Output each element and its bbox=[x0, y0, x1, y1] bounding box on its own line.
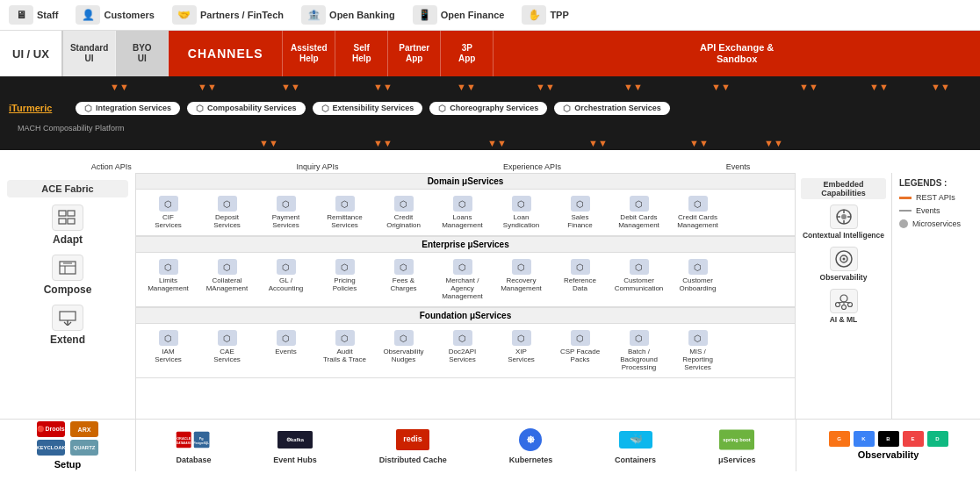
segment-3p-app: 3PApp bbox=[441, 31, 494, 76]
mach-label: MACH Composability Platform bbox=[9, 122, 971, 136]
reference-icon: ⬡ bbox=[571, 259, 590, 275]
openbanking-icon: 🏦 bbox=[301, 5, 326, 25]
list-item: ⬡ MIS /ReportingServices bbox=[669, 327, 726, 374]
collateral-icon: ⬡ bbox=[218, 259, 237, 275]
customer-comm-icon: ⬡ bbox=[630, 259, 649, 275]
main-area: ACE Fabric Adapt Comp bbox=[0, 173, 980, 419]
list-item: ⬡ CustomerOnboarding bbox=[669, 256, 726, 303]
list-item: ⬡ Merchant /AgencyManagement bbox=[434, 256, 491, 303]
aiml-label: AI & ML bbox=[830, 315, 858, 324]
list-item: ⬡ Batch /BackgroundProcessing bbox=[610, 327, 667, 374]
svg-text:🐳: 🐳 bbox=[629, 432, 642, 445]
remittance-icon: ⬡ bbox=[335, 196, 355, 212]
nav-customers[interactable]: 👤 Customers bbox=[76, 5, 154, 25]
uiux-label: UI / UX bbox=[0, 31, 63, 76]
list-item: ⬡ CIFServices bbox=[140, 193, 197, 232]
svg-text:spring boot: spring boot bbox=[724, 437, 751, 442]
choreography-icon: ⬡ bbox=[438, 104, 446, 113]
observability-label: Observability bbox=[820, 273, 868, 282]
distributed-cache-label: Distributed Cache bbox=[379, 456, 447, 464]
nav-partners[interactable]: 🤝 Partners / FinTech bbox=[172, 5, 284, 25]
foundation-uservices-grid: ⬡ IAMServices ⬡ CAEServices ⬡ Events ⬡ A… bbox=[136, 324, 795, 378]
payment-icon: ⬡ bbox=[277, 196, 296, 212]
infra-items: ORACLE DATABASE Pg PostgreSQL Database ⚙… bbox=[136, 420, 796, 471]
list-item: ⬡ PaymentServices bbox=[257, 193, 314, 232]
microservices-legend-label: Microservices bbox=[912, 219, 961, 228]
iam-icon: ⬡ bbox=[159, 330, 178, 346]
sales-finance-icon: ⬡ bbox=[571, 196, 590, 212]
ace-fabric-title: ACE Fabric bbox=[7, 180, 128, 197]
events-legend-label: Events bbox=[916, 206, 940, 215]
list-item: ⬡ AuditTrails & Trace bbox=[316, 327, 373, 374]
list-item: ⬡ Doc2APIServices bbox=[434, 327, 491, 374]
rest-apis-legend: REST APIs bbox=[899, 193, 973, 202]
nav-tpp[interactable]: ✋ TPP bbox=[522, 5, 568, 25]
loans-mgmt-icon: ⬡ bbox=[453, 196, 472, 212]
svg-rect-0 bbox=[59, 211, 66, 216]
obs-logo-1: G bbox=[829, 431, 850, 447]
mis-icon: ⬡ bbox=[688, 330, 708, 346]
list-item: ⬡ ObservabilityNudges bbox=[375, 327, 432, 374]
kubernetes-item: ⎈ Kubernetes bbox=[509, 427, 553, 464]
containers-icon: 🐳 bbox=[618, 427, 653, 453]
nav-staff[interactable]: 🖥 Staff bbox=[9, 5, 58, 25]
svg-text:redis: redis bbox=[404, 434, 423, 443]
extend-icon bbox=[52, 305, 83, 331]
foundation-uservices-header: Foundation μServices bbox=[136, 307, 795, 324]
openbanking-label: Open Banking bbox=[329, 10, 395, 20]
top-navigation: 🖥 Staff 👤 Customers 🤝 Partners / FinTech… bbox=[0, 0, 980, 31]
list-item: ⬡ CSP FacadePacks bbox=[551, 327, 609, 374]
event-hubs-icon: ⚙kafka bbox=[277, 427, 313, 453]
kubernetes-icon: ⎈ bbox=[513, 427, 548, 453]
aiml-icon bbox=[830, 289, 858, 313]
uiux-bar: UI / UX StandardUI BYOUI CHANNELS Assist… bbox=[0, 31, 980, 76]
enterprise-uservices-grid: ⬡ LimitsManagement ⬡ CollateralMAnagemen… bbox=[136, 253, 795, 307]
observability-bottom-label: Observability bbox=[858, 449, 919, 460]
choreography-services-pill: ⬡ Choreography Services bbox=[429, 102, 547, 115]
svg-text:PostgreSQL: PostgreSQL bbox=[194, 441, 210, 445]
compose-label: Compose bbox=[44, 283, 92, 296]
segment-byo-ui: BYOUI bbox=[116, 31, 169, 76]
doc2api-icon: ⬡ bbox=[453, 330, 472, 346]
list-item: ⬡ CollateralMAnagement bbox=[198, 256, 256, 303]
contextual-intelligence-icon bbox=[830, 205, 858, 229]
experience-apis-label: Experience APIs bbox=[503, 162, 561, 171]
containers-label: Containers bbox=[615, 456, 656, 464]
quartz-logo: QUARTZ bbox=[70, 440, 98, 456]
staff-icon: 🖥 bbox=[9, 5, 33, 25]
ace-extend-item: Extend bbox=[7, 305, 128, 346]
events-legend: Events bbox=[899, 206, 973, 215]
svg-point-19 bbox=[840, 295, 847, 302]
partners-label: Partners / FinTech bbox=[200, 10, 284, 20]
extensibility-services-pill: ⬡ Extensibility Services bbox=[313, 102, 423, 115]
segment-self-help: SelfHelp bbox=[335, 31, 388, 76]
svg-text:ORACLE: ORACLE bbox=[177, 437, 192, 441]
distributed-cache-icon: redis bbox=[395, 427, 430, 453]
debit-cards-icon: ⬡ bbox=[630, 196, 649, 212]
observability-item: Observability bbox=[801, 247, 886, 282]
list-item: ⬡ ReferenceData bbox=[551, 256, 609, 303]
svg-point-18 bbox=[842, 258, 845, 261]
svg-text:⎈: ⎈ bbox=[527, 432, 535, 446]
legends-title: LEGENDS : bbox=[899, 178, 973, 188]
orchestration-services-pill: ⬡ Orchestration Services bbox=[554, 102, 670, 115]
cae-icon: ⬡ bbox=[218, 330, 237, 346]
list-item: ⬡ CreditOrigination bbox=[375, 193, 432, 232]
extensibility-icon: ⬡ bbox=[321, 104, 329, 113]
svg-rect-3 bbox=[68, 219, 75, 224]
nav-openfinance[interactable]: 📱 Open Finance bbox=[413, 5, 505, 25]
partners-icon: 🤝 bbox=[172, 5, 197, 25]
adapt-label: Adapt bbox=[53, 233, 83, 246]
deposit-icon: ⬡ bbox=[218, 196, 237, 212]
list-item: ⬡ LoanSyndication bbox=[493, 193, 550, 232]
svg-text:⚙kafka: ⚙kafka bbox=[286, 437, 305, 442]
list-item: ⬡ GL /Accounting bbox=[257, 256, 314, 303]
action-apis-label: Action APIs bbox=[91, 162, 132, 171]
svg-point-22 bbox=[841, 305, 846, 310]
infra-row: 🔴Drools KEYCLOAK ARX QUARTZ Setup bbox=[0, 419, 980, 471]
inquiry-apis-label: Inquiry APIs bbox=[296, 162, 338, 171]
contextual-label: Contextual Intelligence bbox=[803, 231, 884, 240]
uservices-area: Domain μServices ⬡ CIFServices ⬡ Deposit… bbox=[136, 173, 796, 419]
nav-openbanking[interactable]: 🏦 Open Banking bbox=[301, 5, 395, 25]
event-hubs-item: ⚙kafka Event Hubs bbox=[273, 427, 317, 464]
